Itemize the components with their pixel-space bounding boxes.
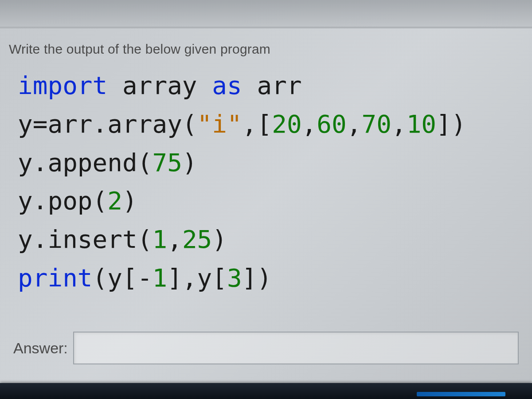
- taskbar-active-indicator: [417, 392, 505, 396]
- code-token: ,: [391, 110, 407, 138]
- answer-input[interactable]: [73, 332, 519, 364]
- code-token: y.insert(: [18, 225, 152, 254]
- code-listing: import array as arr y=arr.array("i",[20,…: [18, 66, 466, 297]
- code-token: 3: [227, 263, 242, 292]
- code-token: 60: [317, 110, 346, 138]
- code-token: arr: [242, 71, 302, 100]
- code-token: ): [212, 225, 227, 254]
- code-token: 1: [152, 263, 167, 292]
- code-token: ],y[: [167, 263, 227, 292]
- answer-label: Answer:: [13, 340, 68, 357]
- taskbar: [0, 383, 532, 399]
- code-token: 25: [182, 225, 212, 254]
- code-token: as: [212, 71, 242, 100]
- code-token: ,: [302, 110, 317, 138]
- code-token: 2: [107, 186, 122, 215]
- code-token: ): [182, 148, 197, 177]
- code-token: ,[: [242, 110, 272, 138]
- code-token: ]): [436, 110, 466, 138]
- code-token: y.pop(: [18, 186, 107, 215]
- code-token: ,: [167, 225, 182, 254]
- code-token: ): [122, 186, 137, 215]
- code-token: "i": [197, 110, 242, 138]
- code-token: array: [107, 71, 212, 100]
- code-token: 75: [152, 148, 182, 177]
- code-token: 20: [272, 110, 301, 138]
- page-top-bevel: [0, 0, 532, 27]
- code-token: y.append(: [18, 148, 152, 177]
- code-token: import: [18, 71, 107, 100]
- code-token: (y[-: [93, 263, 153, 292]
- answer-row: Answer:: [13, 332, 519, 364]
- code-token: y=arr.array(: [18, 110, 197, 138]
- code-token: ,: [347, 110, 362, 138]
- code-token: 70: [361, 110, 391, 138]
- code-token: print: [18, 263, 93, 292]
- code-token: 10: [407, 110, 436, 138]
- code-token: 1: [152, 225, 167, 254]
- code-token: ]): [242, 263, 272, 292]
- question-prompt: Write the output of the below given prog…: [9, 42, 270, 57]
